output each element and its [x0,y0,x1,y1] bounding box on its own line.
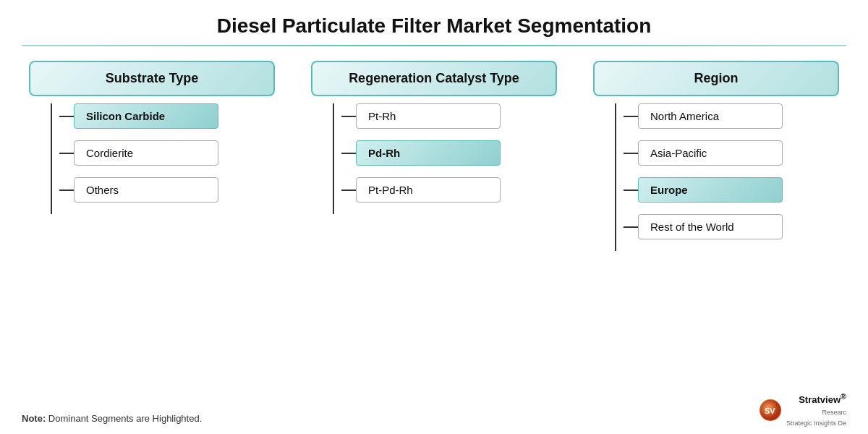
logo-subtitle: ResearcStrategic Insights De [786,409,846,427]
logo-name: Stratview® [799,394,846,405]
horiz-line [624,116,638,117]
list-item: Others [59,177,275,203]
item-box: Pd-Rh [356,140,501,166]
item-box: Rest of the World [638,214,783,239]
logo-icon: SV [760,399,781,421]
item-box: Asia-Pacific [638,140,783,166]
logo-text: Stratview® ResearcStrategic Insights De [786,392,846,428]
list-item: Pt-Rh [341,103,557,129]
logo-container: SV Stratview® ResearcStrategic Insights … [760,392,846,428]
regeneration-tree: Pt-RhPd-RhPt-Pd-Rh [311,103,557,214]
columns-container: Substrate Type Silicon CarbideCordierite… [22,61,846,251]
substrate-header: Substrate Type [29,61,275,96]
horiz-line [624,153,638,154]
list-item: Asia-Pacific [624,140,839,166]
horiz-line [59,116,74,117]
substrate-branch-line [43,103,59,214]
column-region: Region North AmericaAsia-PacificEuropeRe… [593,61,839,251]
list-item: Rest of the World [624,214,839,239]
horiz-line [341,116,356,117]
item-box: Pt-Rh [356,103,501,129]
horiz-line [624,190,638,191]
note-bold: Note: [22,413,46,424]
item-box: Europe [638,177,783,203]
top-divider [22,45,846,46]
regeneration-header: Regeneration Catalyst Type [311,61,557,96]
column-substrate: Substrate Type Silicon CarbideCordierite… [29,61,275,214]
item-box: Silicon Carbide [74,103,218,129]
svg-text:SV: SV [765,407,775,415]
item-box: Others [74,177,218,203]
horiz-line [341,153,356,154]
item-box: North America [638,103,783,129]
regeneration-branch-line [326,103,341,214]
horiz-line [624,226,638,228]
regeneration-vert-line [333,103,334,214]
list-item: Europe [624,177,839,203]
list-item: Pd-Rh [341,140,557,166]
substrate-tree: Silicon CarbideCordieriteOthers [29,103,275,214]
substrate-items: Silicon CarbideCordieriteOthers [59,103,275,214]
bottom-note: Note: Dominant Segments are Highlighted. [22,413,202,424]
item-box: Cordierite [74,140,218,166]
list-item: Cordierite [59,140,275,166]
page-container: Diesel Particulate Filter Market Segment… [0,0,868,434]
logo-area: SV Stratview® ResearcStrategic Insights … [760,392,846,428]
list-item: Pt-Pd-Rh [341,177,557,203]
regeneration-items: Pt-RhPd-RhPt-Pd-Rh [341,103,557,214]
horiz-line [59,190,74,191]
horiz-line [341,190,356,191]
page-title: Diesel Particulate Filter Market Segment… [22,14,846,38]
region-items: North AmericaAsia-PacificEuropeRest of t… [624,103,839,251]
horiz-line [59,153,74,154]
list-item: Silicon Carbide [59,103,275,129]
region-vert-line [615,103,616,251]
substrate-vert-line [51,103,52,214]
region-tree: North AmericaAsia-PacificEuropeRest of t… [593,103,839,251]
list-item: North America [624,103,839,129]
column-regeneration: Regeneration Catalyst Type Pt-RhPd-RhPt-… [311,61,557,214]
item-box: Pt-Pd-Rh [356,177,501,203]
note-text: Dominant Segments are Highlighted. [46,413,202,424]
region-header: Region [593,61,839,96]
region-branch-line [608,103,624,251]
